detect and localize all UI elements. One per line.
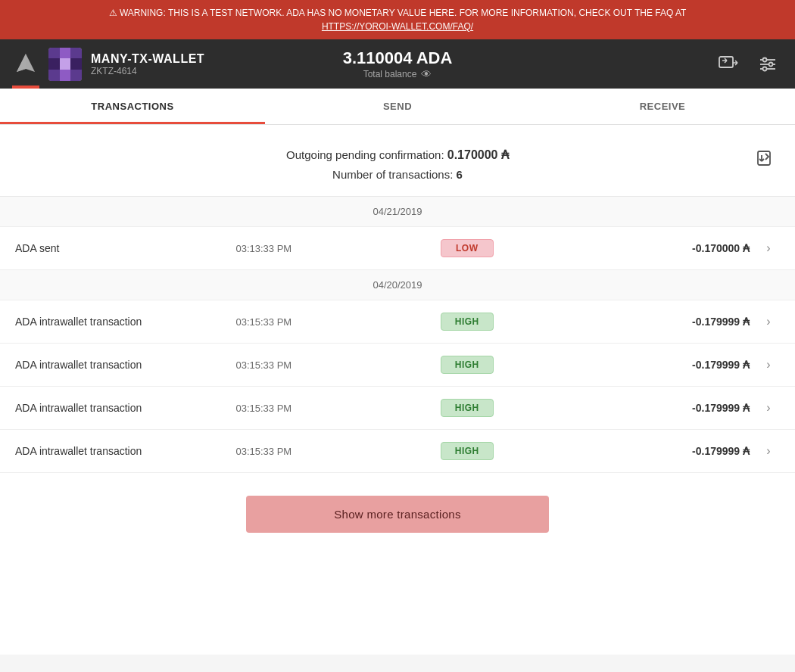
- chevron-down-icon[interactable]: ›: [757, 241, 780, 255]
- tx-amount: -0.179999 ₳: [544, 316, 757, 328]
- svg-point-4: [763, 58, 767, 61]
- tab-send[interactable]: SEND: [265, 89, 530, 124]
- transaction-row[interactable]: ADA intrawallet transaction 03:15:33 PM …: [0, 387, 795, 430]
- transaction-count-text: Number of transactions: 6: [18, 168, 777, 181]
- tx-time: 03:15:33 PM: [220, 316, 390, 328]
- wallet-info: MANY-TX-WALLET ZKTZ-4614: [91, 52, 204, 76]
- chevron-down-icon[interactable]: ›: [757, 358, 780, 372]
- tx-badge-high: HIGH: [441, 399, 494, 417]
- wallet-id: ZKTZ-4614: [91, 66, 204, 76]
- tab-receive[interactable]: RECEIVE: [530, 89, 795, 124]
- tx-badge-low: LOW: [441, 239, 494, 257]
- tx-description: ADA intrawallet transaction: [15, 402, 220, 414]
- svg-point-6: [763, 67, 767, 70]
- chevron-down-icon[interactable]: ›: [757, 444, 780, 458]
- tx-time: 03:15:33 PM: [220, 359, 390, 371]
- visibility-toggle-icon[interactable]: 👁: [421, 68, 432, 80]
- wallet-name: MANY-TX-WALLET: [91, 52, 204, 66]
- yoroi-logo-icon: [12, 51, 39, 78]
- warning-icon: ⚠: [109, 8, 117, 18]
- date-separator-2: 04/20/2019: [0, 270, 795, 300]
- tx-time: 03:15:33 PM: [220, 446, 390, 457]
- tx-badge-area: HIGH: [390, 442, 544, 460]
- tx-badge-high: HIGH: [441, 356, 494, 374]
- nav-tabs: TRANSACTIONS SEND RECEIVE: [0, 89, 795, 125]
- tx-description: ADA intrawallet transaction: [15, 316, 220, 328]
- tx-badge-high: HIGH: [441, 442, 494, 460]
- transaction-row[interactable]: ADA intrawallet transaction 03:15:33 PM …: [0, 344, 795, 387]
- export-button[interactable]: [750, 143, 780, 178]
- tx-description: ADA intrawallet transaction: [15, 359, 220, 371]
- balance-amount: 3.110004 ADA: [343, 48, 453, 68]
- balance-label: Total balance 👁: [343, 68, 453, 80]
- transaction-row[interactable]: ADA intrawallet transaction 03:15:33 PM …: [0, 300, 795, 344]
- tx-amount: -0.179999 ₳: [544, 445, 757, 457]
- warning-link[interactable]: HTTPS://YOROI-WALLET.COM/FAQ/: [322, 21, 473, 32]
- wallet-avatar: [48, 48, 82, 81]
- tx-time: 03:13:33 PM: [220, 243, 390, 254]
- show-more-transactions-button[interactable]: Show more transactions: [246, 496, 549, 533]
- tx-badge-area: HIGH: [390, 313, 544, 331]
- send-receive-button[interactable]: [713, 49, 744, 79]
- header-right: [713, 49, 783, 79]
- tab-transactions[interactable]: TRANSACTIONS: [0, 89, 265, 124]
- svg-rect-7: [758, 151, 770, 165]
- header: MANY-TX-WALLET ZKTZ-4614 3.110004 ADA To…: [0, 39, 795, 89]
- tx-badge-area: LOW: [390, 239, 544, 257]
- show-more-section: Show more transactions: [0, 473, 795, 555]
- tx-badge-area: HIGH: [390, 399, 544, 417]
- pending-confirmation-text: Outgoing pending confirmation: 0.170000 …: [18, 148, 777, 162]
- tx-badge-high: HIGH: [441, 313, 494, 331]
- date-separator-1: 04/21/2019: [0, 197, 795, 227]
- warning-banner: ⚠ WARNING: THIS IS A TEST NETWORK. ADA H…: [0, 0, 795, 39]
- tx-amount: -0.179999 ₳: [544, 402, 757, 414]
- warning-text: WARNING: THIS IS A TEST NETWORK. ADA HAS…: [120, 8, 687, 18]
- header-center: 3.110004 ADA Total balance 👁: [343, 48, 453, 80]
- chevron-down-icon[interactable]: ›: [757, 401, 780, 415]
- tx-description: ADA sent: [15, 242, 220, 254]
- tx-amount: -0.179999 ₳: [544, 359, 757, 371]
- transaction-row[interactable]: ADA intrawallet transaction 03:15:33 PM …: [0, 430, 795, 473]
- main-content: Outgoing pending confirmation: 0.170000 …: [0, 125, 795, 655]
- transaction-row[interactable]: ADA sent 03:13:33 PM LOW -0.170000 ₳ ›: [0, 227, 795, 270]
- tx-description: ADA intrawallet transaction: [15, 445, 220, 457]
- settings-button[interactable]: [753, 49, 783, 79]
- summary-section: Outgoing pending confirmation: 0.170000 …: [0, 125, 795, 197]
- tx-badge-area: HIGH: [390, 356, 544, 374]
- tx-amount: -0.170000 ₳: [544, 242, 757, 254]
- pending-amount: 0.170000 ₳: [447, 148, 509, 161]
- svg-point-5: [769, 62, 773, 66]
- chevron-down-icon[interactable]: ›: [757, 315, 780, 328]
- tx-time: 03:15:33 PM: [220, 403, 390, 414]
